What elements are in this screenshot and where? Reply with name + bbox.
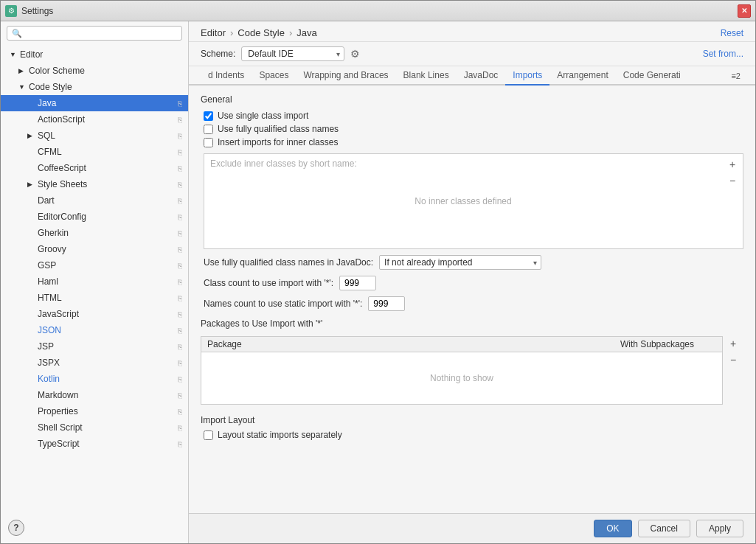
- copy-icon: ⎘: [178, 262, 182, 270]
- apply-button[interactable]: Apply: [696, 520, 743, 537]
- scheme-label: Scheme:: [201, 49, 235, 59]
- tab-imports[interactable]: Imports: [505, 66, 549, 86]
- tab-code-generation[interactable]: Code Generati: [616, 66, 688, 86]
- set-from-link[interactable]: Set from...: [703, 49, 743, 59]
- remove-exclude-button[interactable]: −: [725, 173, 740, 188]
- use-qualified-class-names-checkbox[interactable]: [204, 125, 213, 134]
- copy-icon: ⎘: [178, 132, 182, 140]
- copy-icon: ⎘: [178, 359, 182, 367]
- sidebar-item-label: Color Scheme: [29, 66, 182, 76]
- packages-col-package: Package: [207, 339, 620, 349]
- sidebar-item-label: Markdown: [38, 390, 175, 400]
- sidebar-item-dart[interactable]: Dart ⎘: [1, 192, 188, 209]
- scheme-bar: Scheme: Default IDE ⚙ Set from...: [189, 42, 755, 66]
- copy-icon: ⎘: [178, 245, 182, 254]
- sidebar-item-label: Editor: [20, 49, 182, 60]
- import-layout-title: Import Layout: [201, 415, 743, 425]
- sidebar-item-editorconfig[interactable]: EditorConfig ⎘: [1, 209, 188, 225]
- sidebar-item-gsp[interactable]: GSP ⎘: [1, 257, 188, 273]
- window-title: Settings: [21, 6, 53, 16]
- scheme-select[interactable]: Default IDE: [241, 46, 344, 61]
- use-single-class-import-checkbox[interactable]: [204, 111, 213, 121]
- insert-imports-inner-checkbox[interactable]: [204, 138, 213, 147]
- copy-icon: ⎘: [178, 310, 182, 318]
- tab-spaces[interactable]: Spaces: [252, 66, 296, 86]
- sidebar-item-label: Java: [38, 98, 175, 108]
- packages-section-title: Packages to Use Import with '*': [201, 318, 743, 329]
- exclude-box: Exclude inner classes by short name: No …: [204, 153, 743, 249]
- expand-arrow: ▶: [27, 132, 36, 139]
- copy-icon: ⎘: [178, 148, 182, 156]
- sidebar-item-label: JSON: [38, 325, 175, 335]
- sidebar-item-coffeescript[interactable]: CoffeeScript ⎘: [1, 160, 188, 176]
- sidebar-item-editor[interactable]: ▼ Editor: [1, 46, 188, 63]
- layout-static-imports-row: Layout static imports separately: [201, 430, 743, 440]
- sidebar-item-java[interactable]: Java ⎘: [1, 95, 188, 111]
- copy-icon: ⎘: [178, 181, 182, 189]
- sidebar-item-typescript[interactable]: TypeScript ⎘: [1, 436, 188, 452]
- sidebar-item-sql[interactable]: ▶ SQL ⎘: [1, 128, 188, 144]
- tab-wrapping[interactable]: Wrapping and Braces: [296, 66, 395, 86]
- qualified-javadoc-label: Use fully qualified class names in JavaD…: [204, 257, 373, 268]
- sidebar-item-markdown[interactable]: Markdown ⎘: [1, 387, 188, 403]
- sidebar-item-stylesheets[interactable]: ▶ Style Sheets ⎘: [1, 176, 188, 192]
- scheme-left: Scheme: Default IDE ⚙: [201, 46, 360, 61]
- copy-icon: ⎘: [178, 408, 182, 416]
- names-count-input[interactable]: [368, 296, 405, 311]
- search-input[interactable]: [25, 28, 177, 38]
- checkbox-row-inner-classes: Insert imports for inner classes: [201, 137, 743, 147]
- copy-icon: ⎘: [178, 116, 182, 124]
- sidebar-item-json[interactable]: JSON ⎘: [1, 322, 188, 338]
- sidebar-item-groovy[interactable]: Groovy ⎘: [1, 241, 188, 257]
- sidebar-item-label: Haml: [38, 276, 175, 287]
- sidebar-item-gherkin[interactable]: Gherkin ⎘: [1, 225, 188, 241]
- import-layout-section: Import Layout Layout static imports sepa…: [201, 415, 743, 440]
- sidebar-item-label: Groovy: [38, 244, 175, 254]
- tab-javadoc[interactable]: JavaDoc: [457, 66, 506, 86]
- sidebar-item-color-scheme[interactable]: ▶ Color Scheme: [1, 63, 188, 79]
- tab-arrangement[interactable]: Arrangement: [549, 66, 615, 86]
- sidebar-item-actionscript[interactable]: ActionScript ⎘: [1, 111, 188, 128]
- breadcrumb-java: Java: [296, 27, 316, 38]
- sidebar-item-javascript[interactable]: JavaScript ⎘: [1, 306, 188, 322]
- tab-indents[interactable]: d Indents: [201, 66, 252, 86]
- sidebar-item-kotlin[interactable]: Kotlin ⎘: [1, 371, 188, 387]
- add-exclude-button[interactable]: +: [725, 157, 740, 172]
- class-count-input[interactable]: [339, 276, 376, 290]
- copy-icon: ⎘: [178, 197, 182, 205]
- sidebar-item-cfml[interactable]: CFML ⎘: [1, 144, 188, 160]
- sidebar-item-code-style[interactable]: ▼ Code Style: [1, 79, 188, 95]
- sidebar-item-jspx[interactable]: JSPX ⎘: [1, 355, 188, 371]
- sidebar-item-label: EditorConfig: [38, 212, 175, 222]
- checkbox-row-single-import: Use single class import: [201, 111, 743, 121]
- reset-button[interactable]: Reset: [721, 28, 743, 38]
- bottom-bar: OK Cancel Apply: [189, 513, 755, 543]
- tab-blank-lines[interactable]: Blank Lines: [396, 66, 457, 86]
- gear-button[interactable]: ⚙: [350, 48, 360, 60]
- checkbox-row-qualified-names: Use fully qualified class names: [201, 124, 743, 134]
- class-count-label: Class count to use import with '*':: [204, 278, 333, 288]
- qualified-javadoc-select[interactable]: If not already imported Always Never: [379, 255, 541, 270]
- insert-imports-inner-label: Insert imports for inner classes: [218, 137, 338, 147]
- sidebar-item-shell-script[interactable]: Shell Script ⎘: [1, 419, 188, 436]
- sidebar-item-html[interactable]: HTML ⎘: [1, 290, 188, 306]
- packages-table-header: Package With Subpackages: [201, 337, 722, 352]
- add-package-button[interactable]: +: [726, 336, 741, 351]
- names-count-label: Names count to use static import with '*…: [204, 299, 362, 309]
- sidebar-item-label: Code Style: [29, 82, 182, 92]
- ok-button[interactable]: OK: [594, 520, 631, 537]
- help-button[interactable]: ?: [8, 520, 24, 536]
- sidebar-item-jsp[interactable]: JSP ⎘: [1, 338, 188, 355]
- sidebar-item-haml[interactable]: Haml ⎘: [1, 273, 188, 290]
- expand-arrow: ▼: [10, 51, 18, 58]
- close-button[interactable]: ✕: [738, 4, 751, 18]
- sidebar-item-properties[interactable]: Properties ⎘: [1, 403, 188, 419]
- packages-table-wrap: Package With Subpackages Nothing to show…: [201, 333, 743, 408]
- remove-package-button[interactable]: −: [726, 352, 741, 367]
- title-bar: ⚙ Settings ✕: [1, 1, 755, 21]
- tabs-more-button[interactable]: ≡2: [728, 68, 743, 84]
- cancel-button[interactable]: Cancel: [638, 520, 690, 537]
- sidebar-item-label: Shell Script: [38, 422, 175, 433]
- sidebar-item-label: CFML: [38, 147, 175, 157]
- layout-static-imports-checkbox[interactable]: [204, 430, 213, 440]
